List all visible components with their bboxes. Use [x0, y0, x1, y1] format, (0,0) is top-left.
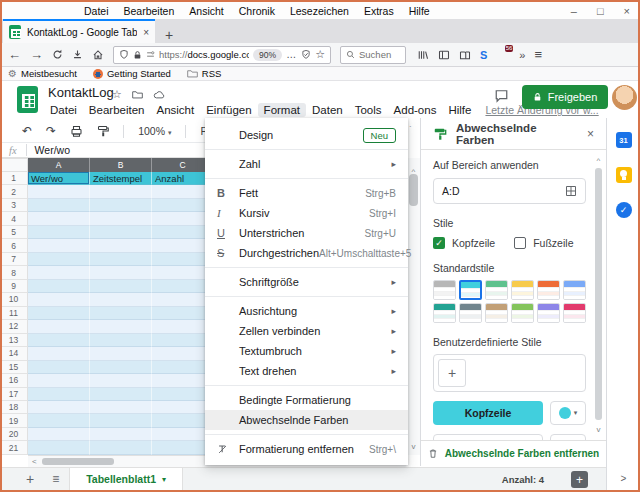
row-header-19[interactable]: 19: [0, 414, 28, 427]
grid-cell[interactable]: [90, 320, 152, 333]
grid-cell[interactable]: [28, 280, 90, 293]
grid-cell[interactable]: Zeitstempel: [90, 172, 152, 185]
pocket-shield-icon[interactable]: [301, 49, 311, 60]
scroll-down-icon[interactable]: v: [407, 442, 420, 451]
sidebars-icon[interactable]: [438, 49, 450, 61]
share-button[interactable]: Freigeben: [522, 85, 608, 109]
all-sheets-icon[interactable]: ≡: [42, 472, 69, 486]
grid-cell[interactable]: [28, 414, 90, 427]
grid-cell[interactable]: [28, 347, 90, 360]
style-swatch-2[interactable]: [485, 280, 508, 300]
format-menu-item-unterstrichen[interactable]: UUnterstrichenStrg+U: [205, 223, 408, 243]
sidebar-scroll-thumb[interactable]: [595, 168, 602, 420]
maximize-button[interactable]: □: [597, 5, 604, 17]
row-header-2[interactable]: 2: [0, 185, 28, 198]
paint-format-icon[interactable]: [97, 125, 109, 137]
grid-cell[interactable]: [90, 226, 152, 239]
format-menu-item-kursiv[interactable]: IKursivStrg+I: [205, 203, 408, 223]
row-header-5[interactable]: 5: [0, 226, 28, 239]
menubar-item-bearbeiten[interactable]: Bearbeiten: [124, 5, 175, 17]
bookmark-getting-started[interactable]: Getting Started: [93, 68, 171, 79]
star-document-icon[interactable]: ☆: [112, 88, 122, 101]
sheets-menu-bearbeiten[interactable]: Bearbeiten: [83, 103, 151, 117]
close-window-button[interactable]: ×: [624, 5, 630, 17]
explore-button[interactable]: +: [571, 471, 588, 488]
scroll-up-icon[interactable]: ^: [594, 156, 603, 165]
sheets-menu-ansicht[interactable]: Ansicht: [150, 103, 200, 117]
grid-cell[interactable]: Wer/wo: [28, 172, 90, 185]
sheets-menu-format[interactable]: Format: [258, 103, 306, 117]
sheet-tab[interactable]: Tabellenblatt1 ▾: [69, 468, 183, 491]
grid-cell[interactable]: [90, 374, 152, 387]
grid-cell[interactable]: [28, 239, 90, 252]
grid-cell[interactable]: [90, 239, 152, 252]
url-bar[interactable]: https://docs.google.com/sprea 90% … ☆: [113, 46, 331, 64]
grid-cell[interactable]: [90, 428, 152, 441]
grid-cell[interactable]: [28, 253, 90, 266]
sheets-logo-icon[interactable]: [17, 86, 38, 113]
scroll-left-icon[interactable]: <: [32, 457, 37, 466]
style-swatch-1[interactable]: [459, 280, 482, 300]
style-swatch-10[interactable]: [537, 303, 560, 323]
style-swatch-5[interactable]: [563, 280, 586, 300]
format-menu-item-zahl[interactable]: Zahl▸: [205, 154, 408, 174]
row-header-1[interactable]: 1: [0, 172, 28, 185]
move-folder-icon[interactable]: [132, 90, 143, 99]
grid-cell[interactable]: [28, 266, 90, 279]
row-header-6[interactable]: 6: [0, 239, 28, 252]
format-menu-item-ausrichtung[interactable]: Ausrichtung▸: [205, 301, 408, 321]
tasks-icon[interactable]: ✓: [616, 202, 632, 218]
grid-cell[interactable]: [28, 293, 90, 306]
row-header-4[interactable]: 4: [0, 212, 28, 225]
vertical-scrollbar[interactable]: ^ v: [406, 158, 420, 455]
grid-cell[interactable]: [90, 388, 152, 401]
search-bar[interactable]: Suchen: [340, 46, 406, 64]
grid-cell[interactable]: [28, 388, 90, 401]
vertical-scroll-thumb[interactable]: [409, 174, 418, 206]
menubar-item-ansicht[interactable]: Ansicht: [189, 5, 223, 17]
remove-alternating-colors-button[interactable]: Abwechselnde Farben entfernen: [421, 440, 606, 466]
column-header-A[interactable]: A: [28, 158, 90, 172]
menubar-item-chronik[interactable]: Chronik: [239, 5, 275, 17]
grid-cell[interactable]: [90, 266, 152, 279]
grid-cell[interactable]: [90, 414, 152, 427]
style-swatch-8[interactable]: [485, 303, 508, 323]
format-menu-item-text-drehen[interactable]: Text drehen▸: [205, 361, 408, 381]
style-swatch-9[interactable]: [511, 303, 534, 323]
grid-cell[interactable]: [90, 185, 152, 198]
menubar-item-hilfe[interactable]: Hilfe: [409, 5, 430, 17]
sheets-menu-datei[interactable]: Datei: [44, 103, 83, 117]
horizontal-scroll-thumb[interactable]: [42, 458, 114, 465]
new-tab-button[interactable]: +: [155, 27, 183, 43]
grid-cell[interactable]: [90, 401, 152, 414]
row-header-16[interactable]: 16: [0, 374, 28, 387]
header-checkbox[interactable]: ✓: [433, 237, 445, 249]
row-header-14[interactable]: 14: [0, 347, 28, 360]
footer-checkbox[interactable]: [514, 237, 526, 249]
format-menu-item-abwechselnde-farben[interactable]: Abwechselnde Farben: [205, 410, 408, 430]
grid-cell[interactable]: [28, 212, 90, 225]
row-header-21[interactable]: 21: [0, 441, 28, 454]
row-header-20[interactable]: 20: [0, 428, 28, 441]
grid-cell[interactable]: [90, 253, 152, 266]
sheets-menu-daten[interactable]: Daten: [306, 103, 349, 117]
grid-cell[interactable]: [28, 226, 90, 239]
format-menu-item-design[interactable]: DesignNeu: [205, 125, 408, 145]
close-sidebar-icon[interactable]: ×: [587, 127, 594, 141]
sidebar-scrollbar[interactable]: ^ v: [594, 156, 603, 434]
row-header-8[interactable]: 8: [0, 266, 28, 279]
account-avatar[interactable]: [612, 85, 637, 110]
row-header-17[interactable]: 17: [0, 388, 28, 401]
format-menu-item-zellen-verbinden[interactable]: Zellen verbinden▸: [205, 321, 408, 341]
grid-cell[interactable]: [90, 347, 152, 360]
zoom-badge[interactable]: 90%: [253, 49, 282, 61]
grid-cell[interactable]: [90, 307, 152, 320]
keep-icon[interactable]: [616, 167, 632, 183]
home-button[interactable]: [92, 49, 104, 61]
menubar-item-extras[interactable]: Extras: [364, 5, 394, 17]
header-color-picker[interactable]: ▾: [550, 401, 586, 425]
grid-cell[interactable]: [90, 293, 152, 306]
page-actions-icon[interactable]: …: [286, 49, 297, 60]
format-menu-item-formatierung-entfernen[interactable]: Formatierung entfernenStrg+\: [205, 439, 408, 459]
grid-cell[interactable]: [90, 361, 152, 374]
